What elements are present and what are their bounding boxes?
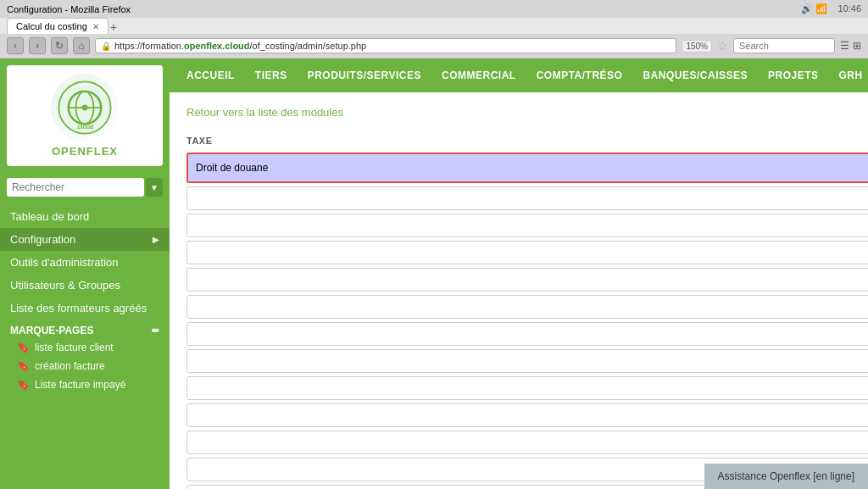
bookmark-icon-2: 🔖 (17, 360, 30, 372)
home-button[interactable]: ⌂ (73, 37, 90, 54)
assistance-banner[interactable]: Assistance Openflex [en ligne] (704, 464, 868, 489)
table-row: Non▼ (186, 376, 868, 400)
sidebar-search-button[interactable]: ▼ (146, 178, 163, 197)
sidebar-bookmark-creation-facture[interactable]: 🔖 création facture (0, 357, 170, 375)
sidebar-bookmark-facture-impaye[interactable]: 🔖 Liste facture impayé (0, 375, 170, 394)
bookmark-label-2: création facture (35, 360, 105, 372)
table-row: Oui▼ (186, 153, 868, 183)
top-nav: ACCUEIL TIERS PRODUITS/SERVICES COMMERCI… (170, 58, 868, 92)
right-panel: ACCUEIL TIERS PRODUITS/SERVICES COMMERCI… (170, 58, 868, 489)
taxe-input-7[interactable] (186, 349, 868, 373)
nav-produits[interactable]: PRODUITS/SERVICES (298, 58, 431, 92)
bookmark-icon-3: 🔖 (17, 379, 30, 391)
new-tab-button[interactable]: + (110, 20, 117, 34)
sidebar-menu: Tableau de bord Configuration ▶ Outils d… (0, 202, 170, 397)
configuration-label: Configuration (10, 233, 75, 246)
nav-accueil[interactable]: ACCUEIL (176, 58, 245, 92)
nav-items: ACCUEIL TIERS PRODUITS/SERVICES COMMERCI… (176, 58, 868, 92)
browser-chrome: Configuration - Mozilla Firefox 🔊 📶 10:4… (0, 0, 868, 58)
sidebar-item-trainers[interactable]: Liste des formateurs agréés (0, 297, 170, 320)
forward-button[interactable]: › (29, 37, 46, 54)
zoom-badge: 150% (682, 40, 712, 53)
reload-button[interactable]: ↻ (51, 37, 68, 54)
trainers-label: Liste des formateurs agréés (10, 302, 147, 314)
table-row: Non▼ (186, 349, 868, 373)
logo-name: OPENFLEX (15, 145, 154, 158)
tabs-row: Calcul du costing ✕ + (0, 18, 868, 34)
table-header: TAXE AFFICHER (186, 132, 868, 149)
taxe-input-0[interactable] (191, 156, 868, 180)
browser-icons: ☰ ⊞ (840, 40, 861, 52)
sidebar: .cloud OPENFLEX ▼ Tableau de bord Config… (0, 58, 170, 489)
svg-point-4 (82, 105, 88, 111)
sidebar-bookmark-facture-client[interactable]: 🔖 liste facture client (0, 338, 170, 357)
taxe-input-10[interactable] (186, 431, 868, 454)
tab-active[interactable]: Calcul du costing ✕ (7, 18, 108, 34)
rows-container: Oui▼Non▼Non▼Non▼Non▼Non▼Non▼Non▼Non▼Non▼… (186, 153, 868, 489)
users-label: Utilisateurs & Groupes (10, 279, 120, 292)
svg-text:.cloud: .cloud (76, 124, 94, 130)
col-taxe-header: TAXE (186, 136, 868, 146)
app-layout: .cloud OPENFLEX ▼ Tableau de bord Config… (0, 58, 868, 489)
back-button[interactable]: ‹ (7, 37, 24, 54)
clock: 10:46 (837, 3, 861, 14)
browser-title: Configuration - Mozilla Firefox (7, 4, 131, 14)
admin-label: Outils d'administration (10, 256, 118, 269)
nav-grh[interactable]: GRH (829, 58, 869, 92)
taxe-input-1[interactable] (186, 186, 868, 210)
assistance-label: Assistance Openflex [en ligne] (718, 470, 854, 482)
browser-toolbar: ‹ › ↻ ⌂ 🔒 https://formation.openflex.clo… (0, 34, 868, 58)
tab-label: Calcul du costing (16, 21, 87, 31)
sidebar-search-input[interactable] (7, 178, 144, 197)
bookmark-label-1: liste facture client (35, 342, 114, 353)
address-bar[interactable]: 🔒 https://formation.openflex.cloud/of_co… (95, 38, 676, 53)
browser-titlebar: Configuration - Mozilla Firefox 🔊 📶 10:4… (0, 0, 868, 18)
table-row: Non▼ (186, 295, 868, 319)
nav-banques[interactable]: BANQUES/CAISSES (632, 58, 758, 92)
taxe-input-8[interactable] (186, 376, 868, 400)
taxe-input-3[interactable] (186, 241, 868, 264)
table-row: Non▼ (186, 268, 868, 292)
sidebar-item-users[interactable]: Utilisateurs & Groupes (0, 274, 170, 297)
sidebar-item-configuration[interactable]: Configuration ▶ (0, 228, 170, 251)
taxe-input-5[interactable] (186, 295, 868, 319)
bookmark-icon-1: 🔖 (17, 342, 30, 353)
main-content: Retour vers la liste des modules TAXE AF… (170, 92, 868, 489)
sidebar-item-admin[interactable]: Outils d'administration (0, 251, 170, 274)
sidebar-item-dashboard[interactable]: Tableau de bord (0, 205, 170, 228)
dashboard-label: Tableau de bord (10, 210, 89, 223)
nav-compta[interactable]: COMPTA/TRÉSO (526, 58, 633, 92)
table-row: Non▼ (186, 403, 868, 427)
table-row: Non▼ (186, 431, 868, 454)
table-row: Non▼ (186, 241, 868, 264)
address-text: https://formation.openflex.cloud/of_cost… (114, 41, 366, 51)
table-row: Non▼ (186, 322, 868, 346)
bookmark-label-3: Liste facture impayé (35, 379, 125, 391)
menu-icon[interactable]: ☰ (840, 40, 849, 52)
bookmark-edit-icon[interactable]: ✏ (152, 325, 159, 336)
tab-close-icon[interactable]: ✕ (92, 22, 99, 31)
taxe-input-4[interactable] (186, 268, 868, 292)
taxe-input-9[interactable] (186, 403, 868, 427)
taxe-input-2[interactable] (186, 214, 868, 237)
table-row: Non▼ (186, 186, 868, 210)
browser-search[interactable] (733, 38, 835, 53)
bookmarks-section: MARQUE-PAGES ✏ (0, 320, 170, 338)
logo-image: .cloud (51, 74, 119, 142)
nav-projets[interactable]: PROJETS (758, 58, 829, 92)
grid-icon[interactable]: ⊞ (853, 40, 861, 52)
back-link[interactable]: Retour vers la liste des modules (186, 106, 868, 119)
system-tray: 🔊 📶 (801, 3, 827, 14)
table-row: Non▼ (186, 214, 868, 237)
bookmarks-label: MARQUE-PAGES (10, 325, 93, 336)
taxe-input-6[interactable] (186, 322, 868, 346)
search-area: ▼ (0, 173, 170, 202)
nav-commercial[interactable]: COMMERCIAL (431, 58, 526, 92)
configuration-arrow-icon: ▶ (153, 235, 159, 244)
bookmark-icon[interactable]: ☆ (717, 39, 728, 53)
nav-tiers[interactable]: TIERS (245, 58, 298, 92)
logo-area: .cloud OPENFLEX (7, 65, 163, 166)
